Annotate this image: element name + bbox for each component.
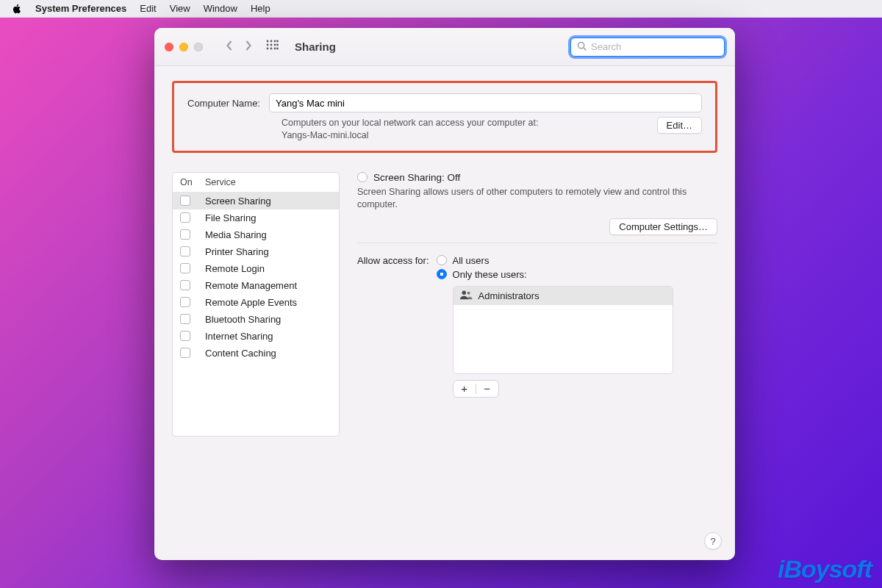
nav-forward-icon[interactable] bbox=[243, 40, 253, 54]
svg-point-17 bbox=[467, 291, 470, 294]
radio-icon bbox=[437, 255, 447, 265]
access-label: Allow access for: bbox=[357, 254, 429, 266]
service-row[interactable]: Bluetooth Sharing bbox=[173, 311, 339, 328]
add-user-button[interactable]: + bbox=[453, 381, 476, 397]
menu-view[interactable]: View bbox=[170, 3, 190, 14]
watermark: iBoysoft bbox=[778, 555, 872, 584]
separator bbox=[357, 243, 717, 243]
service-row[interactable]: Printer Sharing bbox=[173, 243, 339, 260]
option-label: All users bbox=[453, 255, 490, 266]
svg-point-4 bbox=[267, 43, 269, 46]
window-titlebar: Sharing bbox=[154, 28, 735, 66]
computer-name-label: Computer Name: bbox=[187, 98, 260, 109]
column-service: Service bbox=[205, 177, 236, 187]
service-checkbox[interactable] bbox=[180, 212, 205, 223]
service-label: Screen Sharing bbox=[205, 196, 271, 207]
show-all-icon[interactable] bbox=[266, 40, 279, 54]
services-header: On Service bbox=[173, 173, 339, 193]
search-input[interactable] bbox=[591, 41, 718, 52]
computer-name-input[interactable] bbox=[269, 93, 702, 112]
option-label: Only these users: bbox=[453, 269, 527, 280]
service-row[interactable]: Content Caching bbox=[173, 345, 339, 362]
service-label: File Sharing bbox=[205, 212, 256, 223]
local-hostname: Yangs-Mac-mini.local bbox=[282, 129, 648, 142]
svg-point-0 bbox=[267, 40, 269, 42]
service-row[interactable]: Screen Sharing bbox=[173, 193, 339, 209]
column-on: On bbox=[180, 177, 205, 187]
svg-point-7 bbox=[267, 47, 269, 49]
svg-point-9 bbox=[274, 47, 276, 49]
user-name: Administrators bbox=[478, 290, 539, 301]
service-description: Screen Sharing allows users of other com… bbox=[357, 186, 717, 211]
window-content: Computer Name: Computers on your local n… bbox=[154, 66, 735, 560]
service-checkbox[interactable] bbox=[180, 229, 205, 240]
radio-icon bbox=[437, 269, 447, 279]
zoom-button[interactable] bbox=[194, 43, 203, 51]
allowed-users-list[interactable]: Administrators bbox=[453, 286, 673, 374]
svg-line-15 bbox=[584, 47, 586, 49]
service-row[interactable]: Internet Sharing bbox=[173, 328, 339, 345]
window-title: Sharing bbox=[295, 40, 336, 53]
service-label: Media Sharing bbox=[205, 229, 267, 240]
menu-help[interactable]: Help bbox=[251, 3, 270, 14]
search-icon bbox=[577, 41, 587, 53]
svg-point-16 bbox=[462, 290, 465, 294]
access-option-all-users[interactable]: All users bbox=[437, 254, 717, 268]
svg-point-2 bbox=[274, 40, 276, 42]
service-checkbox[interactable] bbox=[180, 297, 205, 307]
apple-menu-icon[interactable] bbox=[12, 4, 22, 14]
search-field[interactable] bbox=[570, 37, 725, 57]
svg-point-8 bbox=[270, 47, 273, 49]
service-row[interactable]: File Sharing bbox=[173, 209, 339, 226]
menubar-app-name[interactable]: System Preferences bbox=[35, 3, 126, 14]
service-checkbox[interactable] bbox=[180, 263, 205, 273]
user-row[interactable]: Administrators bbox=[453, 287, 673, 305]
svg-point-6 bbox=[274, 43, 276, 46]
svg-point-5 bbox=[270, 43, 273, 46]
access-option-only-these[interactable]: Only these users: bbox=[437, 268, 717, 282]
service-row[interactable]: Remote Login bbox=[173, 260, 339, 277]
nav-back-icon[interactable] bbox=[225, 40, 234, 54]
service-checkbox[interactable] bbox=[180, 314, 205, 324]
window-traffic-lights bbox=[165, 43, 203, 51]
edit-hostname-button[interactable]: Edit… bbox=[657, 117, 702, 134]
remove-user-button[interactable]: − bbox=[476, 381, 498, 397]
help-button[interactable]: ? bbox=[704, 532, 722, 550]
service-label: Printer Sharing bbox=[205, 246, 269, 257]
users-group-icon bbox=[459, 290, 473, 302]
service-row[interactable]: Media Sharing bbox=[173, 226, 339, 243]
system-menubar: System Preferences Edit View Window Help bbox=[0, 0, 882, 18]
service-status-heading: Screen Sharing: Off bbox=[373, 172, 460, 183]
service-label: Remote Apple Events bbox=[205, 297, 297, 308]
service-row[interactable]: Remote Management bbox=[173, 277, 339, 294]
computer-name-section: Computer Name: Computers on your local n… bbox=[172, 81, 717, 153]
service-checkbox[interactable] bbox=[180, 196, 205, 206]
computer-name-subtext: Computers on your local network can acce… bbox=[282, 117, 648, 142]
service-checkbox[interactable] bbox=[180, 348, 205, 358]
service-row[interactable]: Remote Apple Events bbox=[173, 294, 339, 311]
svg-point-12 bbox=[276, 43, 279, 46]
services-table: On Service Screen SharingFile SharingMed… bbox=[172, 172, 340, 437]
menu-window[interactable]: Window bbox=[204, 3, 237, 14]
service-checkbox[interactable] bbox=[180, 280, 205, 290]
service-label: Remote Management bbox=[205, 280, 297, 291]
svg-point-11 bbox=[276, 40, 279, 42]
service-label: Bluetooth Sharing bbox=[205, 314, 281, 325]
service-detail-pane: Screen Sharing: Off Screen Sharing allow… bbox=[357, 172, 717, 437]
service-checkbox[interactable] bbox=[180, 246, 205, 257]
close-button[interactable] bbox=[165, 43, 173, 51]
nav-buttons bbox=[225, 40, 253, 54]
svg-point-14 bbox=[578, 42, 584, 48]
menu-edit[interactable]: Edit bbox=[140, 3, 156, 14]
service-label: Remote Login bbox=[205, 263, 265, 274]
svg-point-1 bbox=[270, 40, 273, 42]
service-label: Internet Sharing bbox=[205, 331, 273, 342]
svg-point-13 bbox=[276, 47, 279, 49]
service-label: Content Caching bbox=[205, 348, 276, 359]
service-checkbox[interactable] bbox=[180, 331, 205, 341]
sharing-preferences-window: Sharing Computer Name: Computers on your… bbox=[154, 28, 735, 560]
computer-settings-button[interactable]: Computer Settings… bbox=[609, 218, 717, 235]
users-add-remove: + − bbox=[453, 380, 499, 398]
minimize-button[interactable] bbox=[179, 43, 188, 51]
service-status-icon bbox=[357, 172, 368, 182]
